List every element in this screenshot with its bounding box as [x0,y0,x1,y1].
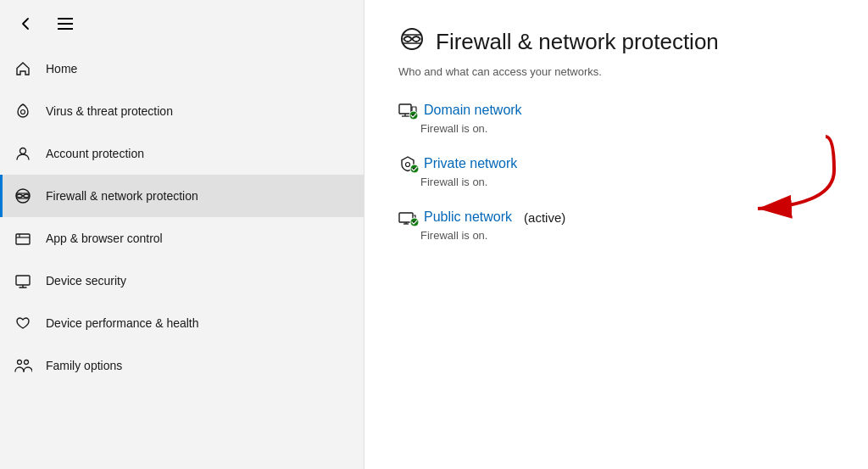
public-network-row: Public network (active) [398,209,834,226]
domain-network-link[interactable]: Domain network [424,103,522,118]
account-icon [14,144,32,163]
sidebar-item-home-label: Home [46,62,77,75]
svg-point-1 [20,148,26,154]
page-subtitle: Who and what can access your networks. [398,65,834,78]
page-title: Firewall & network protection [436,29,719,55]
sidebar-item-family[interactable]: Family options [0,344,364,387]
svg-point-12 [25,360,29,365]
sidebar-item-device-health[interactable]: Device performance & health [0,302,364,344]
family-icon [14,356,32,375]
browser-icon [14,229,32,248]
public-network-status: Firewall is on. [420,229,834,242]
private-network-row: Private network [398,155,834,172]
sidebar-item-firewall-label: Firewall & network protection [46,189,198,203]
sidebar-item-device-security-label: Device security [46,274,126,288]
sidebar-top [0,0,364,44]
nav-menu: Home Virus & threat protection Account p… [0,47,364,387]
public-network-link[interactable]: Public network [424,209,512,225]
page-header-icon [398,25,426,59]
sidebar-item-family-label: Family options [46,359,122,372]
domain-network-row: Domain network [398,102,834,119]
device-health-icon [14,314,32,332]
main-content: Firewall & network protection Who and wh… [364,0,868,469]
page-header: Firewall & network protection [398,25,834,59]
domain-network-section: Domain network Firewall is on. [398,102,834,135]
private-network-icon [398,155,417,172]
private-network-link[interactable]: Private network [424,156,517,171]
device-security-icon [14,271,32,290]
sidebar-item-account-label: Account protection [46,147,144,160]
home-icon [14,59,32,78]
sidebar-item-virus-label: Virus & threat protection [46,104,173,118]
svg-rect-5 [16,234,30,244]
private-network-section: Private network Firewall is on. [398,155,834,188]
hamburger-menu[interactable] [54,14,76,33]
sidebar-item-account[interactable]: Account protection [0,132,364,175]
sidebar-item-firewall[interactable]: Firewall & network protection [0,175,364,217]
svg-point-0 [21,110,25,114]
domain-network-status: Firewall is on. [420,122,834,135]
private-network-status: Firewall is on. [420,176,834,188]
sidebar: Home Virus & threat protection Account p… [0,0,364,469]
sidebar-item-browser[interactable]: App & browser control [0,217,364,260]
back-button[interactable] [14,12,37,36]
domain-network-icon [398,102,417,119]
sidebar-item-browser-label: App & browser control [46,232,163,245]
sidebar-item-virus[interactable]: Virus & threat protection [0,90,364,132]
sidebar-item-device-security[interactable]: Device security [0,260,364,302]
sidebar-item-device-health-label: Device performance & health [46,316,199,330]
firewall-icon [14,187,32,205]
public-network-section: Public network (active) Firewall is on. [398,209,834,242]
svg-point-11 [18,360,22,365]
active-badge: (active) [524,210,565,225]
public-network-icon [398,209,417,226]
svg-rect-8 [16,276,30,285]
virus-icon [14,102,32,120]
sidebar-item-home[interactable]: Home [0,47,364,90]
